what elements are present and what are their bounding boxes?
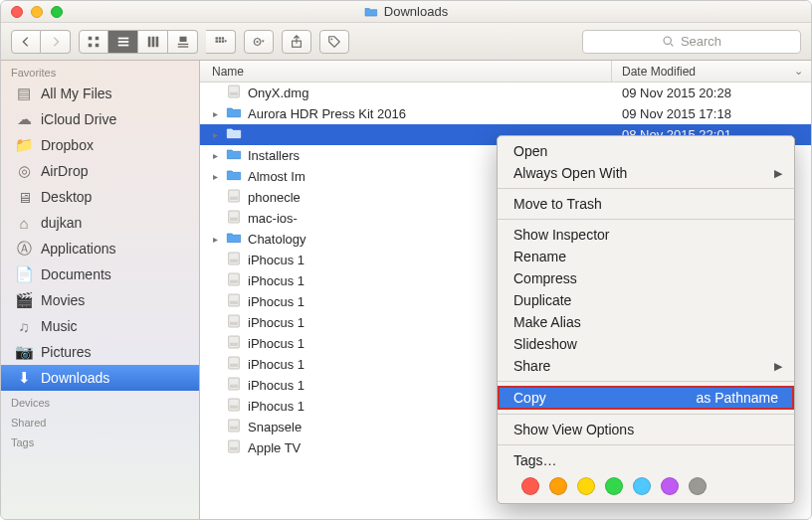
desktop-icon: 🖥 [15, 188, 33, 206]
column-name[interactable]: Name [200, 61, 612, 82]
svg-rect-24 [229, 86, 240, 97]
list-view-button[interactable] [108, 30, 138, 54]
menu-item-tags-[interactable]: Tags… [498, 449, 794, 471]
column-date-modified[interactable]: Date Modified ⌄ [612, 61, 811, 82]
minimize-window-button[interactable] [31, 6, 43, 18]
menu-item-show-view-options[interactable]: Show View Options [498, 419, 794, 440]
menu-separator [498, 444, 794, 445]
menu-item-label: Rename [513, 249, 566, 264]
menu-item-duplicate[interactable]: Duplicate [498, 289, 794, 311]
menu-item-compress[interactable]: Compress [498, 267, 794, 289]
svg-rect-39 [230, 343, 238, 346]
file-row[interactable]: OnyX.dmg09 Nov 2015 20:28 [200, 83, 811, 103]
sidebar-item-icloud-drive[interactable]: ☁iCloud Drive [1, 106, 199, 132]
disclosure-triangle-icon[interactable]: ▸ [210, 129, 220, 140]
sidebar-item-all-my-files[interactable]: ▤All My Files [1, 81, 199, 106]
file-name: Apple TV [248, 440, 301, 455]
svg-rect-31 [230, 260, 238, 262]
menu-item-make-alias[interactable]: Make Alias [498, 311, 794, 333]
tag-purple[interactable] [661, 477, 679, 495]
forward-button[interactable] [41, 30, 71, 54]
dmg-icon [226, 271, 242, 290]
file-name-cell: ▸Aurora HDR Press Kit 2016 [200, 104, 612, 123]
svg-rect-4 [117, 37, 128, 39]
file-pane: Name Date Modified ⌄ OnyX.dmg09 Nov 2015… [200, 61, 811, 519]
disclosure-triangle-icon[interactable]: ▸ [210, 171, 220, 182]
view-buttons [79, 30, 198, 54]
file-name: Almost Im [248, 169, 305, 184]
svg-rect-49 [230, 447, 238, 450]
arrange-button[interactable] [206, 30, 236, 54]
svg-rect-45 [230, 406, 238, 409]
downloads-icon: ⬇ [15, 369, 33, 387]
tags-button[interactable] [319, 30, 349, 54]
coverflow-view-button[interactable] [168, 30, 198, 54]
tag-green[interactable] [605, 477, 623, 495]
close-window-button[interactable] [11, 6, 23, 18]
svg-rect-14 [218, 37, 220, 39]
sidebar-item-applications[interactable]: ⒶApplications [1, 236, 199, 261]
disclosure-triangle-icon[interactable]: ▸ [210, 108, 220, 119]
submenu-arrow-icon: ▶ [774, 167, 782, 180]
sidebar-item-pictures[interactable]: 📷Pictures [1, 339, 199, 365]
columns-header: Name Date Modified ⌄ [200, 61, 811, 83]
svg-rect-40 [229, 357, 240, 369]
sidebar-item-documents[interactable]: 📄Documents [1, 261, 199, 287]
file-name: iPhocus 1 [248, 253, 304, 267]
tag-cyan[interactable] [633, 477, 651, 495]
sidebar-item-music[interactable]: ♫Music [1, 313, 199, 339]
disclosure-triangle-icon[interactable]: ▸ [210, 234, 220, 245]
dmg-icon [226, 251, 242, 269]
menu-item-share[interactable]: Share▶ [498, 355, 794, 377]
folder-icon [226, 104, 242, 123]
sidebar-item-dropbox[interactable]: 📁Dropbox [1, 132, 199, 158]
menu-item-slideshow[interactable]: Slideshow [498, 333, 794, 355]
menu-item-copy[interactable]: Copyas Pathname [498, 386, 794, 410]
sidebar-item-label: Music [41, 318, 78, 334]
share-button[interactable] [282, 30, 311, 54]
dmg-icon [226, 418, 242, 436]
tag-yellow[interactable] [577, 477, 595, 495]
svg-rect-32 [229, 273, 240, 285]
dmg-icon [226, 334, 242, 353]
icon-view-button[interactable] [79, 30, 108, 54]
music-icon: ♫ [15, 317, 33, 335]
airdrop-icon: ◎ [15, 162, 33, 180]
menu-item-show-inspector[interactable]: Show Inspector [498, 224, 794, 246]
svg-rect-34 [229, 294, 240, 306]
home-icon: ⌂ [15, 214, 33, 232]
svg-rect-30 [229, 253, 240, 264]
tag-red[interactable] [521, 477, 539, 495]
dmg-icon [226, 438, 242, 457]
search-field[interactable]: Search [582, 30, 801, 54]
menu-item-label: Compress [513, 270, 577, 286]
svg-rect-47 [230, 427, 238, 430]
sidebar-item-desktop[interactable]: 🖥Desktop [1, 184, 199, 210]
file-row[interactable]: ▸Aurora HDR Press Kit 201609 Nov 2015 17… [200, 103, 811, 124]
sidebar-item-dujkan[interactable]: ⌂dujkan [1, 210, 199, 236]
tag-orange[interactable] [549, 477, 567, 495]
sidebar-item-downloads[interactable]: ⬇Downloads [1, 365, 199, 391]
menu-item-move-to-trash[interactable]: Move to Trash [498, 193, 794, 215]
dmg-icon [226, 397, 242, 416]
file-name: iPhocus 1 [248, 399, 304, 414]
menu-item-always-open-with[interactable]: Always Open With▶ [498, 162, 794, 184]
zoom-window-button[interactable] [51, 6, 63, 18]
sidebar-header: Tags [1, 431, 199, 450]
column-view-button[interactable] [138, 30, 168, 54]
svg-rect-7 [147, 36, 150, 47]
menu-item-label: Slideshow [513, 336, 577, 352]
file-date: 09 Nov 2015 17:18 [612, 106, 811, 121]
svg-rect-8 [151, 36, 154, 47]
menu-item-open[interactable]: Open [498, 140, 794, 162]
svg-point-22 [331, 38, 333, 40]
menu-item-rename[interactable]: Rename [498, 246, 794, 267]
sidebar-item-movies[interactable]: 🎬Movies [1, 287, 199, 313]
back-button[interactable] [11, 30, 41, 54]
disclosure-triangle-icon[interactable]: ▸ [210, 150, 220, 161]
sidebar-item-airdrop[interactable]: ◎AirDrop [1, 158, 199, 184]
action-button[interactable] [244, 30, 274, 54]
svg-rect-12 [177, 46, 188, 47]
tag-gray[interactable] [689, 477, 707, 495]
menu-item-label: Show Inspector [513, 227, 610, 243]
